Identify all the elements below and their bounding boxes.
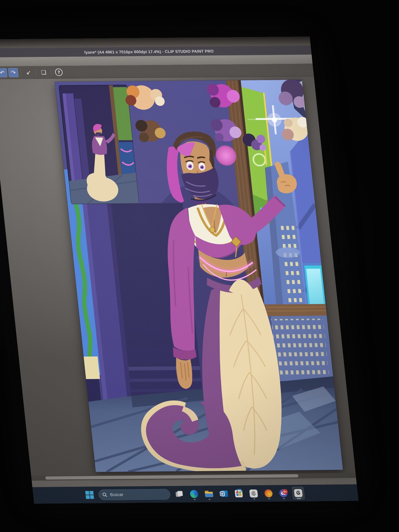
search-icon	[102, 492, 107, 497]
task-view-icon	[175, 491, 183, 497]
taskbar-app-clip-studio[interactable]	[247, 487, 260, 500]
toolbar-separator	[51, 69, 52, 76]
help-icon: ?	[55, 68, 63, 76]
lamia-artwork	[55, 80, 343, 472]
taskbar-search[interactable]	[98, 489, 171, 500]
running-indicator	[253, 498, 255, 500]
clipboard-icon: ❏	[41, 69, 47, 76]
taskbar-app-clip-studio-paint-active[interactable]	[292, 487, 305, 500]
running-indicator	[194, 499, 196, 500]
undo-button[interactable]: ↶	[0, 68, 7, 77]
drawing-canvas[interactable]	[55, 80, 343, 472]
outlook-icon	[220, 490, 228, 497]
redo-button[interactable]: ↷	[8, 68, 19, 77]
clip-studio-icon	[249, 489, 258, 497]
taskbar-app-edge[interactable]	[188, 488, 201, 500]
start-button[interactable]	[83, 488, 96, 501]
monitor-screen: lyane* (A4 4961 x 7016px 600dpi 17.4%) -…	[0, 36, 358, 504]
microsoft-store-icon	[235, 490, 243, 497]
running-indicator	[268, 498, 270, 499]
redo-icon: ↷	[11, 69, 16, 76]
workspace	[0, 76, 355, 476]
photo-of-monitor: lyane* (A4 4961 x 7016px 600dpi 17.4%) -…	[0, 0, 399, 532]
windows-logo-icon	[85, 491, 94, 499]
running-indicator	[209, 499, 211, 500]
firefox-icon	[264, 489, 273, 497]
edge-icon	[190, 490, 199, 498]
toolbar-separator	[36, 69, 37, 76]
clip-studio-paint-icon	[294, 489, 303, 497]
toolbar-separator	[20, 69, 22, 76]
taskbar: 9+	[32, 484, 358, 504]
taskbar-app-firefox[interactable]	[262, 487, 275, 500]
taskbar-app-outlook[interactable]	[217, 487, 230, 500]
undo-icon: ↶	[0, 69, 5, 76]
discord-icon: 9+	[279, 489, 288, 497]
clipboard-button[interactable]: ❏	[38, 68, 49, 77]
help-button[interactable]: ?	[53, 68, 64, 77]
taskbar-app-microsoft-store[interactable]	[232, 487, 245, 500]
search-input[interactable]	[109, 492, 156, 497]
clear-selection-icon: ↙	[26, 69, 31, 76]
running-indicator	[283, 498, 285, 499]
window-title: lyane* (A4 4961 x 7016px 600dpi 17.4%) -…	[84, 49, 214, 54]
task-view-button[interactable]	[173, 488, 186, 501]
running-indicator	[297, 498, 301, 499]
taskbar-app-file-explorer[interactable]	[203, 488, 216, 500]
file-explorer-icon	[205, 491, 213, 497]
clear-selection-button[interactable]: ↙	[23, 68, 34, 77]
taskbar-app-discord[interactable]: 9+	[277, 487, 290, 500]
